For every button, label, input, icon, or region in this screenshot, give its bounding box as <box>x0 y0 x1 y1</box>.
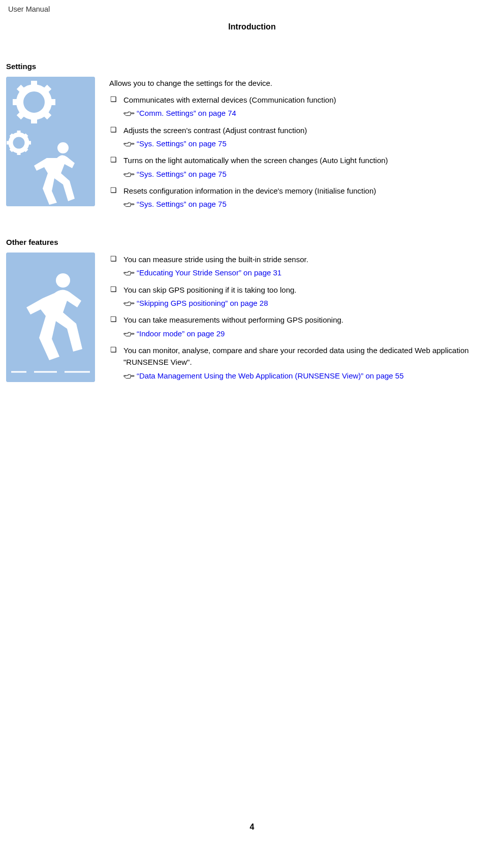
chapter-title: Introduction <box>6 22 498 31</box>
other-features-illustration <box>6 253 95 382</box>
cross-ref: “Educating Your Stride Sensor” on page 3… <box>123 267 498 279</box>
item-text: You can measure stride using the built-i… <box>123 255 308 264</box>
svg-line-9 <box>46 87 49 90</box>
hand-icon <box>123 139 135 146</box>
heading-other-features: Other features <box>6 238 498 246</box>
hand-icon <box>123 109 135 116</box>
svg-line-16 <box>25 149 27 151</box>
svg-line-15 <box>11 135 13 137</box>
item-text: Adjusts the screen's contrast (Adjust co… <box>123 126 307 135</box>
svg-line-17 <box>11 149 13 151</box>
section-settings: Allows you to change the settings for th… <box>6 77 498 215</box>
ref-link[interactable]: “Indoor mode” on page 29 <box>137 329 225 338</box>
svg-point-21 <box>56 273 70 288</box>
section-other-features: You can measure stride using the built-i… <box>6 253 498 387</box>
svg-point-19 <box>57 142 69 153</box>
ref-link[interactable]: “Sys. Settings” on page 75 <box>137 200 227 208</box>
svg-line-18 <box>25 135 27 137</box>
hand-icon <box>123 200 135 207</box>
list-item: You can measure stride using the built-i… <box>109 254 498 265</box>
hand-icon <box>123 170 135 177</box>
ref-link[interactable]: “Skipping GPS positioning” on page 28 <box>137 299 268 307</box>
ref-link[interactable]: “Comm. Settings” on page 74 <box>137 109 236 117</box>
hand-icon <box>123 299 135 306</box>
item-text: You can skip GPS positioning if it is ta… <box>123 286 296 294</box>
settings-intro-text: Allows you to change the settings for th… <box>109 78 498 89</box>
list-item: Resets configuration information in the … <box>109 185 498 197</box>
list-item: Communicates with external devices (Comm… <box>109 94 498 106</box>
page-number: 4 <box>0 823 504 832</box>
cross-ref: “Data Management Using the Web Applicati… <box>123 370 498 382</box>
list-item: Turns on the light automatically when th… <box>109 154 498 166</box>
svg-line-8 <box>19 114 22 117</box>
list-item: You can take measurements without perfor… <box>109 314 498 326</box>
hand-icon <box>123 371 135 378</box>
hand-icon <box>123 268 135 275</box>
cross-ref: “Skipping GPS positioning” on page 28 <box>123 298 498 309</box>
cross-ref: “Sys. Settings” on page 75 <box>123 138 498 150</box>
heading-settings: Settings <box>6 62 498 71</box>
svg-line-6 <box>19 87 22 90</box>
list-item: Adjusts the screen's contrast (Adjust co… <box>109 124 498 136</box>
cross-ref: “Sys. Settings” on page 75 <box>123 199 498 210</box>
item-text: Turns on the light automatically when th… <box>123 156 388 165</box>
list-item: You can skip GPS positioning if it is ta… <box>109 284 498 296</box>
cross-ref: “Sys. Settings” on page 75 <box>123 169 498 180</box>
cross-ref: “Indoor mode” on page 29 <box>123 328 498 340</box>
doc-title: User Manual <box>8 5 498 13</box>
cross-ref: “Comm. Settings” on page 74 <box>123 108 498 119</box>
item-text: Resets configuration information in the … <box>123 186 376 195</box>
ref-link[interactable]: “Data Management Using the Web Applicati… <box>137 371 404 380</box>
item-text: You can take measurements without perfor… <box>123 315 343 324</box>
settings-illustration <box>6 77 95 206</box>
hand-icon <box>123 329 135 336</box>
ref-link[interactable]: “Sys. Settings” on page 75 <box>137 170 227 178</box>
ref-link[interactable]: “Educating Your Stride Sensor” on page 3… <box>137 268 281 277</box>
item-text: Communicates with external devices (Comm… <box>123 96 336 104</box>
item-text: You can monitor, analyse, compare and sh… <box>123 346 469 366</box>
svg-line-7 <box>46 114 49 117</box>
list-item: You can monitor, analyse, compare and sh… <box>109 344 498 368</box>
ref-link[interactable]: “Sys. Settings” on page 75 <box>137 139 227 148</box>
